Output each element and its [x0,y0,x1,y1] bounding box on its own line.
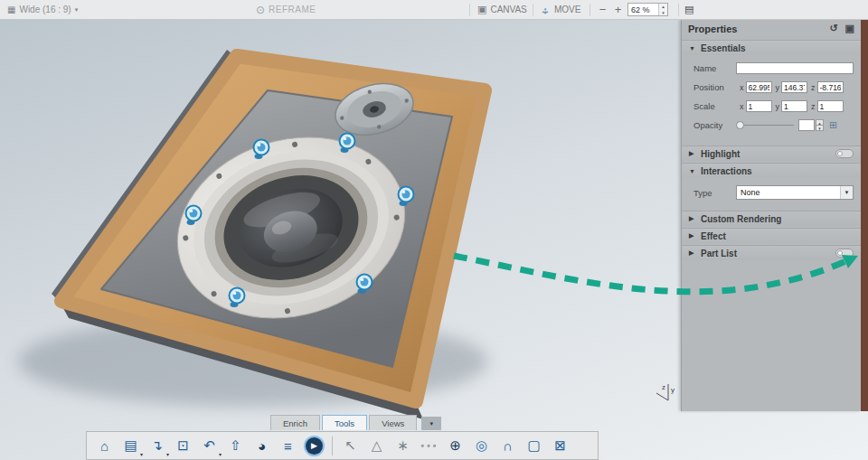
undo-button[interactable]: ↶▾ [196,435,222,457]
move-label: MOVE [554,5,580,14]
x-axis-label: x [740,102,744,111]
position-z-input[interactable] [817,81,844,93]
section-interactions[interactable]: ▼ Interactions [682,163,861,178]
name-input[interactable] [736,62,854,74]
position-y-input[interactable] [781,81,807,93]
effect-label: Effect [701,231,726,241]
snapshot-button[interactable]: ⊡ [170,435,196,457]
chevron-down-icon: ▾ [75,6,79,14]
opacity-label: Opacity [693,120,736,130]
list-icon: ▤ [684,4,693,15]
magnet-button[interactable]: ∩ [495,435,521,457]
globe-button[interactable]: ◎ [468,435,495,457]
part-list-toggle[interactable] [835,249,854,258]
anchor-button[interactable]: ⊕ [442,435,468,457]
statistics-button[interactable]: ◕ [249,435,275,457]
bounding-box-button[interactable]: ▢ [521,435,547,457]
pivot-button[interactable]: △ [363,435,390,457]
position-label: Position [693,82,736,92]
move-button[interactable]: ↔↕ MOVE [540,0,580,19]
tab-enrich[interactable]: Enrich [270,415,320,430]
section-highlight[interactable]: ▶ Highlight [682,146,861,161]
zoom-input[interactable] [628,4,658,15]
section-part-list[interactable]: ▶ Part List [682,245,861,260]
scale-x-input[interactable] [746,100,772,112]
opacity-spin-down[interactable]: ▾ [816,126,824,132]
save-properties-button[interactable]: ▣ [845,23,854,34]
bottom-toolbar: ⌂ ▤▾ ↴▾ ⊡ ↶▾ ⇧ ◕ ≡ ▶ ↖ △ ∗ ∘∘∘ ⊕ ◎ ∩ ▢ ⊠ [86,431,599,460]
slider-knob[interactable] [736,121,744,129]
save-button[interactable]: ▤▾ [118,435,144,457]
aspect-grid-icon: ▦ [7,5,15,14]
home-button[interactable]: ⌂ [91,435,118,457]
toggle-knob [837,250,843,256]
toolbar-separator [533,4,533,16]
opacity-input[interactable] [798,119,815,131]
scale-y-input[interactable] [781,100,807,112]
select-cursor-icon: ↖ [344,437,356,454]
snap-button[interactable]: ∗ [390,435,416,457]
zoom-in-button[interactable]: + [612,3,624,16]
timeline-button[interactable]: ≡ [275,435,301,457]
tab-tools[interactable]: Tools [322,415,367,430]
slider-track [736,125,794,126]
aspect-ratio-label: Wide (16 : 9) [19,5,71,14]
magnet-icon: ∩ [503,438,513,454]
kinematic-links-button[interactable]: ∘∘∘ [416,435,442,457]
snap-icon: ∗ [397,437,409,454]
chain-links-icon: ∘∘∘ [420,441,439,450]
scale-z-input[interactable] [817,100,844,112]
toolbar-separator [469,4,470,16]
section-custom-rendering[interactable]: ▶ Custom Rendering [682,211,861,226]
tab-views[interactable]: Views [369,415,417,430]
publish-button[interactable]: ⇧ [222,435,249,457]
dropdown-arrow-icon[interactable]: ▾ [140,451,143,457]
reframe-button[interactable]: ⊙ REFRAME [256,0,316,19]
triangle-collapsed-icon: ▶ [689,215,696,222]
collapse-ribbon-button[interactable]: ▾ [421,417,441,430]
section-effect[interactable]: ▶ Effect [682,228,861,243]
pie-chart-icon: ◕ [258,438,266,454]
dropdown-arrow-icon[interactable]: ▾ [166,451,169,457]
position-row: Position x y z [682,78,861,97]
section-essentials[interactable]: ▼ Essentials [682,40,861,55]
type-dropdown[interactable]: None ▼ [736,185,854,200]
dropdown-chevron-icon[interactable]: ▼ [840,186,853,199]
opacity-slider[interactable] [736,119,794,131]
highlight-toggle[interactable] [835,149,854,158]
panel-menu-icon[interactable]: ▤ [684,0,693,19]
position-x-input[interactable] [746,81,772,93]
toolbar-separator [332,437,333,455]
type-value: None [737,186,840,199]
select-instance-button[interactable]: ↖ [337,435,363,457]
panel-edge-strip [861,20,868,411]
tab-label: Views [382,418,404,428]
zoom-spin-down[interactable]: ▾ [659,10,667,16]
toolbar-separator [678,4,679,16]
publish-icon: ⇧ [230,437,241,454]
opacity-apply-icon[interactable]: ⊞ [829,119,837,131]
scale-row: Scale x y z [682,97,861,116]
tab-label: Enrich [283,418,307,428]
y-axis-label: y [776,83,780,92]
timeline-icon: ≡ [284,438,292,454]
reset-properties-button[interactable]: ↺ [829,23,837,34]
import-button[interactable]: ↴▾ [144,435,170,457]
name-row: Name [682,59,861,78]
home-icon: ⌂ [100,438,108,454]
import-icon: ↴ [151,437,163,454]
canvas-button[interactable]: ▣ CANVAS [477,0,527,19]
move-icon: ↔↕ [540,5,551,15]
zoom-out-button[interactable]: − [597,3,609,16]
transform-button[interactable]: ⊠ [547,435,573,457]
dropdown-arrow-icon[interactable]: ▾ [219,451,222,457]
pivot-icon: △ [372,437,382,454]
canvas-label: CANVAS [490,5,526,14]
play-animation-button[interactable]: ▶ [301,435,327,457]
opacity-row: Opacity ▴ ▾ ⊞ [682,116,861,135]
aspect-ratio-selector[interactable]: ▦ Wide (16 : 9) ▾ [7,0,78,19]
properties-panel: Properties ↺ ▣ ▼ Essentials Name Positio… [681,20,861,411]
z-axis-label: z [811,83,816,92]
play-icon: ▶ [306,437,323,455]
triangle-collapsed-icon: ▶ [689,249,696,257]
